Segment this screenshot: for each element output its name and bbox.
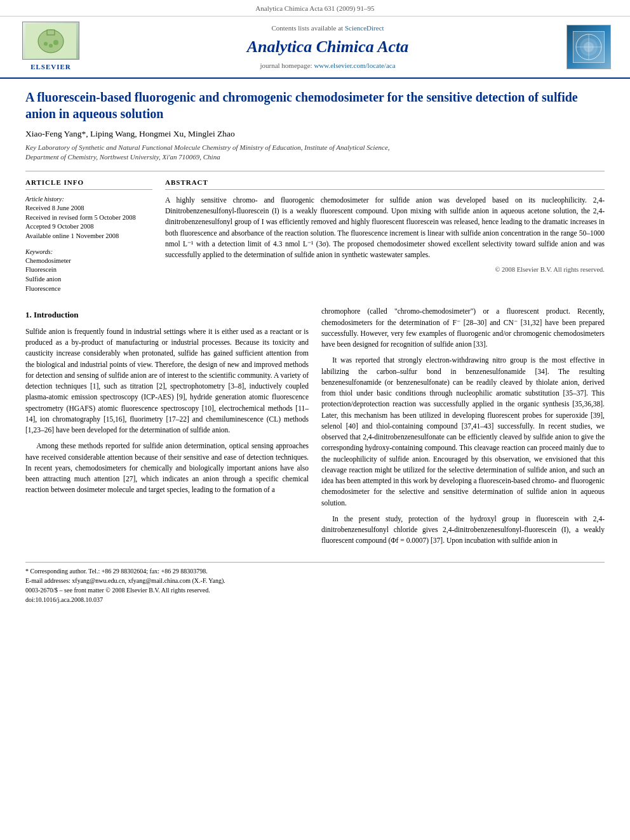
sciencedirect-line: Contents lists available at ScienceDirec… — [89, 23, 566, 33]
elsevier-logo: ELSEVIER — [13, 22, 89, 72]
received-date: Received 8 June 2008 — [25, 204, 152, 213]
body-paragraph-5: In the present study, protection of the … — [321, 514, 605, 547]
section1-heading: 1. Introduction — [25, 309, 309, 321]
article-history: Article history: Received 8 June 2008 Re… — [25, 195, 152, 241]
body-section: 1. Introduction Sulfide anion is frequen… — [25, 306, 605, 551]
journal-logo-section — [566, 25, 617, 69]
journal-title-section: Contents lists available at ScienceDirec… — [89, 23, 566, 71]
keyword-3: Sulfide anion — [25, 275, 152, 284]
article-history-label: Article history: — [25, 195, 152, 204]
elsevier-logo-image — [22, 22, 79, 60]
footnote-doi: doi:10.1016/j.aca.2008.10.037 — [25, 595, 605, 604]
svg-point-4 — [53, 40, 58, 45]
body-paragraph-3: chromophore (called "chromo-chemodosimet… — [321, 306, 605, 350]
body-paragraph-1: Sulfide anion is frequently found in ind… — [25, 326, 309, 436]
keyword-4: Fluorescence — [25, 284, 152, 294]
journal-reference: Analytica Chimica Acta 631 (2009) 91–95 — [0, 0, 630, 17]
copyright: © 2008 Elsevier B.V. All rights reserved… — [165, 265, 605, 275]
affiliation-line2: Department of Chemistry, Northwest Unive… — [25, 153, 220, 161]
keywords-list: Chemodosimeter Fluorescein Sulfide anion… — [25, 257, 152, 294]
article-info-heading: ARTICLE INFO — [25, 178, 152, 189]
keyword-1: Chemodosimeter — [25, 257, 152, 266]
journal-banner: ELSEVIER Contents lists available at Sci… — [0, 17, 630, 78]
received-revised-date: Received in revised form 5 October 2008 — [25, 213, 152, 223]
affiliation: Key Laboratory of Synthetic and Natural … — [25, 143, 605, 163]
footnote-corresponding: * Corresponding author. Tel.: +86 29 883… — [25, 566, 605, 576]
article-title: A fluorescein-based fluorogenic and chro… — [25, 89, 605, 122]
keywords-label: Keywords: — [25, 248, 152, 257]
body-column-left: 1. Introduction Sulfide anion is frequen… — [25, 306, 309, 551]
journal-homepage: journal homepage: www.elsevier.com/locat… — [89, 61, 566, 70]
journal-url[interactable]: www.elsevier.com/locate/aca — [314, 62, 395, 69]
keywords-section: Keywords: Chemodosimeter Fluorescein Sul… — [25, 248, 152, 294]
body-paragraph-4: It was reported that strongly electron-w… — [321, 355, 605, 509]
body-column-right: chromophore (called "chromo-chemodosimet… — [321, 306, 605, 551]
abstract-text: A highly sensitive chromo- and fluorogen… — [165, 195, 605, 261]
journal-title: Analytica Chimica Acta — [89, 36, 566, 58]
main-content: A fluorescein-based fluorogenic and chro… — [0, 79, 630, 617]
body-paragraph-2: Among these methods reported for sulfide… — [25, 441, 309, 495]
journal-logo-inner — [573, 31, 605, 63]
footnote-email: E-mail addresses: xfyang@nwu.edu.cn, xfy… — [25, 576, 605, 585]
article-info-column: ARTICLE INFO Article history: Received 8… — [25, 178, 152, 293]
authors: Xiao-Feng Yang*, Liping Wang, Hongmei Xu… — [25, 128, 605, 140]
elsevier-logo-section: ELSEVIER — [13, 22, 89, 72]
abstract-heading: ABSTRACT — [165, 178, 605, 189]
elsevier-wordmark: ELSEVIER — [30, 62, 71, 72]
sciencedirect-link[interactable]: ScienceDirect — [345, 24, 384, 32]
svg-point-3 — [44, 42, 48, 46]
journal-logo — [566, 25, 611, 69]
svg-rect-2 — [47, 30, 55, 35]
abstract-column: ABSTRACT A highly sensitive chromo- and … — [165, 178, 605, 293]
available-date: Available online 1 November 2008 — [25, 232, 152, 241]
footnote-issn: 0003-2670/$ – see front matter © 2008 El… — [25, 585, 605, 595]
accepted-date: Accepted 9 October 2008 — [25, 222, 152, 232]
article-info-abstract: ARTICLE INFO Article history: Received 8… — [25, 171, 605, 293]
svg-point-5 — [49, 44, 53, 48]
affiliation-line1: Key Laboratory of Synthetic and Natural … — [25, 143, 390, 151]
footnote-area: * Corresponding author. Tel.: +86 29 883… — [25, 562, 605, 604]
keyword-2: Fluorescein — [25, 265, 152, 275]
